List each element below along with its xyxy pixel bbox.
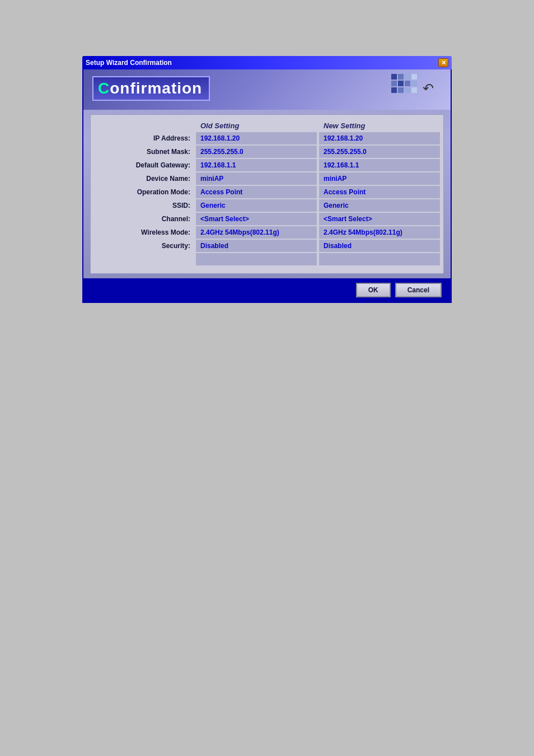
column-headers: Old Setting New Setting (95, 122, 439, 130)
title-bar-label: Setup Wizard Confirmation (86, 59, 172, 67)
deco-sq-5 (391, 81, 397, 86)
table-row (95, 253, 439, 265)
ok-button[interactable]: OK (356, 283, 391, 297)
row-label: Wireless Mode: (95, 228, 196, 236)
row-old-value: 2.4GHz 54Mbps(802.11g) (196, 226, 317, 239)
table-row: Security:DisabledDisabled (95, 240, 439, 252)
cancel-button[interactable]: Cancel (395, 283, 442, 297)
col-empty (95, 122, 196, 130)
row-label: Security: (95, 242, 196, 250)
row-old-value: Access Point (196, 186, 317, 198)
dialog-body: Confirmation ↶ Old Setting New Setting I… (82, 69, 452, 303)
dialog-title: Confirmation (98, 80, 202, 97)
deco-sq-2 (398, 74, 404, 80)
table-row: Device Name:miniAPminiAP (95, 172, 439, 185)
row-new-value: Disabled (319, 240, 440, 252)
row-old-value: Disabled (196, 240, 317, 252)
row-new-value (319, 253, 440, 265)
row-new-value: 2.4GHz 54Mbps(802.11g) (319, 226, 440, 239)
row-new-value: Generic (319, 199, 440, 212)
dialog-wrapper: Setup Wizard Confirmation ✕ (82, 56, 452, 303)
row-label: Device Name: (95, 175, 196, 183)
row-label: IP Address: (95, 134, 196, 142)
deco-sq-10 (398, 87, 404, 93)
title-bar: Setup Wizard Confirmation ✕ (82, 56, 452, 69)
dialog-content: Old Setting New Setting IP Address:192.1… (90, 114, 444, 274)
deco-sq-7 (405, 81, 410, 86)
row-old-value: 255.255.255.0 (196, 146, 317, 158)
row-old-value (196, 253, 317, 265)
table-row: Subnet Mask:255.255.255.0255.255.255.0 (95, 146, 439, 158)
row-label: Operation Mode: (95, 188, 196, 196)
row-new-value: 255.255.255.0 (319, 146, 440, 158)
dialog-header: Confirmation ↶ (83, 69, 451, 110)
data-rows-container: IP Address:192.168.1.20192.168.1.20Subne… (95, 132, 439, 265)
row-new-value: miniAP (319, 172, 440, 185)
row-new-value: 192.168.1.20 (319, 132, 440, 144)
row-old-value: miniAP (196, 172, 317, 185)
table-row: IP Address:192.168.1.20192.168.1.20 (95, 132, 439, 144)
row-new-value: Access Point (319, 186, 440, 198)
deco-sq-1 (391, 74, 397, 80)
row-label: SSID: (95, 202, 196, 209)
row-old-value: 192.168.1.1 (196, 159, 317, 171)
dialog-footer: OK Cancel (83, 278, 451, 302)
deco-sq-6 (398, 81, 404, 86)
row-label: Channel: (95, 215, 196, 223)
deco-sq-12 (411, 87, 417, 93)
title-rest: onfirmation (110, 80, 202, 97)
row-label: Subnet Mask: (95, 148, 196, 156)
deco-sq-11 (405, 87, 410, 93)
table-row: Wireless Mode:2.4GHz 54Mbps(802.11g)2.4G… (95, 226, 439, 239)
deco-sq-8 (411, 81, 417, 86)
row-old-value: <Smart Select> (196, 213, 317, 225)
col-new-setting-header: New Setting (319, 122, 442, 130)
table-row: Operation Mode:Access PointAccess Point (95, 186, 439, 198)
close-button[interactable]: ✕ (438, 58, 448, 67)
table-row: SSID:GenericGeneric (95, 199, 439, 212)
row-label: Default Gateway: (95, 161, 196, 169)
row-new-value: 192.168.1.1 (319, 159, 440, 171)
title-first-letter: C (98, 80, 110, 97)
deco-sq-4 (411, 74, 417, 80)
cursor-icon: ↶ (423, 81, 434, 96)
deco-sq-3 (405, 74, 410, 80)
dialog-title-box: Confirmation (92, 76, 210, 101)
row-old-value: 192.168.1.20 (196, 132, 317, 144)
table-row: Channel:<Smart Select><Smart Select> (95, 213, 439, 225)
decorative-squares (391, 74, 417, 93)
row-new-value: <Smart Select> (319, 213, 440, 225)
row-old-value: Generic (196, 199, 317, 212)
table-row: Default Gateway:192.168.1.1192.168.1.1 (95, 159, 439, 171)
col-old-setting-header: Old Setting (196, 122, 319, 130)
deco-sq-9 (391, 87, 397, 93)
